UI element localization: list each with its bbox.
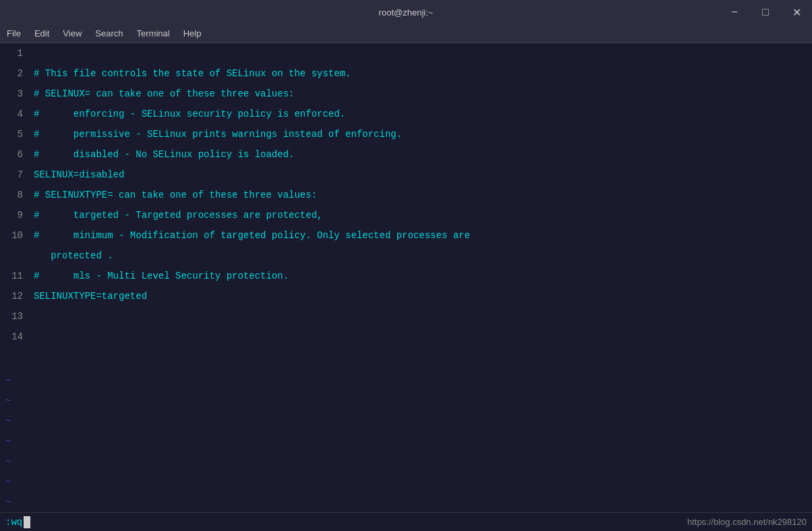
window-controls: − □ ✕ (719, 0, 812, 24)
command-input: :wq (5, 516, 30, 528)
code-line-3: # SELINUX= can take one of these three v… (34, 84, 807, 104)
line-number: 1 (5, 43, 23, 63)
line-number: 4 (5, 104, 23, 124)
line-number: 9 (5, 205, 23, 225)
menu-bar: File Edit View Search Terminal Help (0, 24, 812, 43)
line-number: 11 (5, 266, 23, 286)
menu-search[interactable]: Search (88, 26, 129, 41)
title-bar: root@zhenji:~ − □ ✕ (0, 0, 812, 24)
line-number: 14 (5, 327, 23, 347)
code-line-13 (34, 306, 807, 327)
status-bar: :wq https://blog.csdn.net/nk298120 (0, 512, 812, 531)
code-line-10: # minimum - Modification of targeted pol… (34, 225, 807, 246)
line-number: 13 (5, 306, 23, 327)
menu-view[interactable]: View (56, 26, 88, 41)
line-number: 3 (5, 84, 23, 104)
code-line-2: # This file controls the state of SELinu… (34, 63, 807, 84)
line-number: 8 (5, 185, 23, 205)
line-number: 12 (5, 286, 23, 306)
code-line-8: # SELINUXTYPE= can take one of these thr… (34, 185, 807, 205)
close-button[interactable]: ✕ (781, 0, 812, 24)
line-number: 7 (5, 165, 23, 185)
code-line-4: # enforcing - SELinux security policy is… (34, 104, 807, 124)
menu-file[interactable]: File (0, 26, 28, 41)
code-line-9: # targeted - Targeted processes are prot… (34, 205, 807, 225)
code-line-7: SELINUX=disabled (34, 165, 807, 185)
watermark: https://blog.csdn.net/nk298120 (687, 517, 807, 527)
editor-content: 1 2 3 4 5 6 7 8 9 10 10 11 12 13 14 # Th… (0, 43, 812, 370)
tilde-line: ~ (5, 492, 812, 512)
tilde-line: ~ (5, 431, 812, 451)
command-text: :wq (5, 516, 22, 527)
code-line-10b: protected . (34, 246, 807, 266)
menu-terminal[interactable]: Terminal (130, 26, 177, 41)
minimize-button[interactable]: − (719, 0, 750, 24)
cursor (24, 516, 30, 528)
code-line-14 (34, 327, 807, 347)
tilde-line: ~ (5, 472, 812, 492)
line-number: 6 (5, 144, 23, 165)
tilde-area: ~ ~ ~ ~ ~ ~ ~ (0, 370, 812, 512)
tilde-line: ~ (5, 451, 812, 472)
menu-edit[interactable]: Edit (28, 26, 56, 41)
tilde-line: ~ (5, 411, 812, 431)
menu-help[interactable]: Help (177, 26, 208, 41)
window-title: root@zhenji:~ (379, 7, 434, 18)
editor[interactable]: 1 2 3 4 5 6 7 8 9 10 10 11 12 13 14 # Th… (0, 43, 812, 512)
code-line-11: # mls - Multi Level Security protection. (34, 266, 807, 286)
tilde-line: ~ (5, 391, 812, 411)
code-line-5: # permissive - SELinux prints warnings i… (34, 124, 807, 144)
line-numbers: 1 2 3 4 5 6 7 8 9 10 10 11 12 13 14 (0, 43, 28, 370)
code-line-12: SELINUXTYPE=targeted (34, 286, 807, 306)
line-number: 2 (5, 63, 23, 84)
tilde-line: ~ (5, 370, 812, 391)
line-number: 5 (5, 124, 23, 144)
code-line-1 (34, 43, 807, 63)
maximize-button[interactable]: □ (750, 0, 781, 24)
code-area[interactable]: # This file controls the state of SELinu… (28, 43, 812, 370)
code-line-6: # disabled - No SELinux policy is loaded… (34, 144, 807, 165)
line-number: 10 (5, 225, 23, 246)
